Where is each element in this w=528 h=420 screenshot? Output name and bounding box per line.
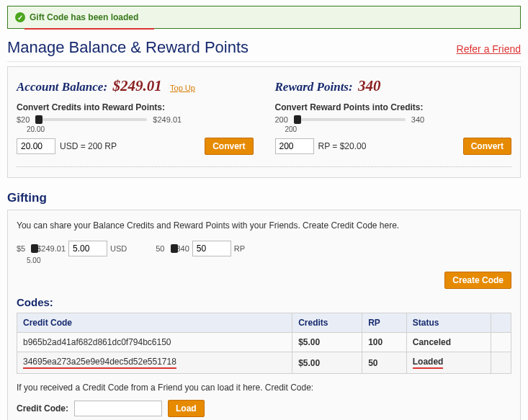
- codes-title: Codes:: [17, 296, 511, 308]
- gift-usd-slider-thumb[interactable]: [31, 244, 38, 253]
- cell-rp: 100: [362, 333, 407, 352]
- gift-usd-input[interactable]: [68, 241, 107, 256]
- gift-rp-min: 50: [156, 244, 164, 253]
- rp-slider[interactable]: [294, 118, 406, 121]
- credits-slider-max: $249.01: [153, 115, 182, 124]
- gift-rp-max: 340: [176, 244, 189, 253]
- credits-input[interactable]: [17, 138, 55, 154]
- credit-code-input[interactable]: [74, 401, 162, 416]
- success-alert: ✓ Gift Code has been loaded: [7, 6, 521, 29]
- load-intro: If you received a Credit Code from a Fri…: [17, 383, 511, 393]
- codes-table: Credit Code Credits RP Status b965b2ad41…: [17, 313, 511, 374]
- account-balance-label: Account Balance:: [17, 80, 107, 94]
- rp-slider-thumb[interactable]: [294, 115, 301, 124]
- gift-usd-max: $249.01: [37, 244, 66, 253]
- rp-slider-max: 340: [411, 115, 424, 124]
- account-balance-section: Account Balance: $249.01 Top Up Convert …: [17, 77, 254, 155]
- cell-code: 34695ea273a25e9e94dec5d52e551718: [17, 352, 292, 374]
- gifting-title: Gifting: [7, 191, 521, 205]
- gift-rp-input[interactable]: [192, 241, 231, 256]
- convert-rp-button[interactable]: Convert: [463, 138, 511, 155]
- panel-divider: [17, 166, 511, 167]
- credits-equals-text: USD = 200 RP: [60, 141, 117, 151]
- cell-status: Canceled: [406, 333, 491, 352]
- cell-code: b965b2ad41af682d861dc0f794bc6150: [17, 333, 292, 352]
- convert-credits-label: Convert Credits into Reward Points:: [17, 102, 254, 112]
- col-credits: Credits: [292, 313, 362, 333]
- check-icon: ✓: [15, 12, 25, 22]
- rp-slider-current: 200: [285, 125, 512, 133]
- credits-slider-min: $20: [17, 115, 30, 124]
- highlight-line: [24, 28, 154, 30]
- rp-equals-text: RP = $20.00: [318, 141, 367, 151]
- credits-slider-current: 20.00: [27, 125, 254, 133]
- balance-panel: Account Balance: $249.01 Top Up Convert …: [7, 66, 521, 178]
- gift-rp-slider-thumb[interactable]: [171, 244, 178, 253]
- credits-slider[interactable]: [35, 118, 147, 121]
- gift-usd-current: 5.00: [27, 256, 127, 264]
- rp-slider-min: 200: [275, 115, 288, 124]
- convert-rp-label: Convert Reward Points into Credits:: [275, 102, 512, 112]
- account-balance-value: $249.01: [112, 77, 161, 94]
- gifting-panel: You can share your Balance Credits and R…: [7, 210, 521, 420]
- reward-points-value: 340: [358, 77, 381, 94]
- reward-points-label: Reward Points:: [275, 80, 353, 94]
- col-actions: [491, 313, 511, 333]
- col-code: Credit Code: [17, 313, 292, 333]
- cell-credits: $5.00: [292, 333, 362, 352]
- refer-friend-link[interactable]: Refer a Friend: [457, 43, 521, 55]
- success-alert-text: Gift Code has been loaded: [30, 12, 138, 22]
- create-code-button[interactable]: Create Code: [444, 272, 511, 289]
- convert-credits-button[interactable]: Convert: [205, 138, 253, 155]
- gift-usd-unit: USD: [110, 244, 127, 253]
- col-rp: RP: [362, 313, 407, 333]
- col-status: Status: [406, 313, 491, 333]
- rp-input[interactable]: [275, 138, 314, 154]
- top-up-link[interactable]: Top Up: [170, 84, 195, 92]
- gift-rp-unit: RP: [234, 244, 245, 253]
- highlighted-code: 34695ea273a25e9e94dec5d52e551718: [23, 357, 176, 369]
- table-row: 34695ea273a25e9e94dec5d52e551718 $5.00 5…: [17, 352, 511, 374]
- table-row: b965b2ad41af682d861dc0f794bc6150 $5.00 1…: [17, 333, 511, 352]
- gift-usd-min: $5: [17, 244, 25, 253]
- page-title: Manage Balance & Reward Points: [7, 38, 249, 57]
- gifting-intro: You can share your Balance Credits and R…: [17, 220, 511, 231]
- reward-points-section: Reward Points: 340 Convert Reward Points…: [275, 77, 512, 155]
- load-button[interactable]: Load: [168, 400, 205, 417]
- cell-credits: $5.00: [292, 352, 362, 374]
- highlighted-status: Loaded: [413, 357, 444, 369]
- credits-slider-thumb[interactable]: [35, 115, 42, 124]
- cell-status: Loaded: [406, 352, 491, 374]
- cell-rp: 50: [362, 352, 407, 374]
- load-label: Credit Code:: [17, 403, 68, 414]
